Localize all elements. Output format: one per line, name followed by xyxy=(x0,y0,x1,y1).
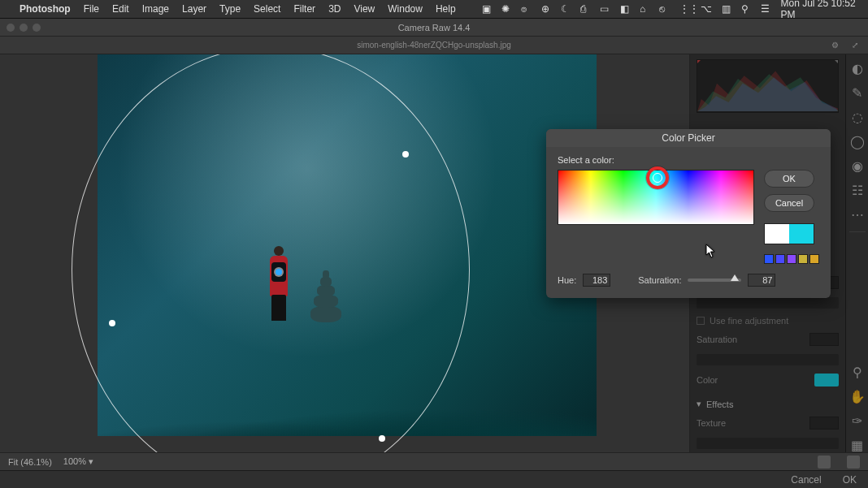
grid-tool-icon[interactable]: ▦ xyxy=(850,438,865,452)
fine-adjustment-label: Use fine adjustment xyxy=(710,316,788,326)
menu-edit[interactable]: Edit xyxy=(112,3,129,15)
saturation-label: Saturation xyxy=(697,335,737,344)
menu-filter[interactable]: Filter xyxy=(293,3,315,15)
menu-file[interactable]: File xyxy=(84,3,99,15)
color-label: Color xyxy=(697,375,718,385)
status-icon[interactable]: ▭ xyxy=(600,3,610,15)
crop-tool-icon[interactable]: ✎ xyxy=(850,85,865,100)
preview-image xyxy=(98,54,597,436)
camera-raw-bottombar: Cancel OK xyxy=(0,470,868,488)
saturation-slider[interactable] xyxy=(688,279,741,282)
search-icon[interactable]: ⚲ xyxy=(741,3,751,15)
redeye-tool-icon[interactable]: ◉ xyxy=(850,158,865,173)
heal-tool-icon[interactable]: ◌ xyxy=(850,110,865,124)
zoom-fit-label[interactable]: Fit (46.1%) xyxy=(8,457,52,467)
texture-value[interactable] xyxy=(809,417,839,430)
color-picker-title: Color Picker xyxy=(546,129,831,147)
hue-label: Hue: xyxy=(558,275,576,285)
view-compare-icon[interactable] xyxy=(847,456,860,469)
menu-select[interactable]: Select xyxy=(254,3,280,15)
saturation-slider[interactable] xyxy=(697,354,839,365)
camera-raw-title: Camera Raw 14.4 xyxy=(398,23,471,32)
cancel-button[interactable]: Cancel xyxy=(764,194,814,212)
saturation-value[interactable] xyxy=(809,333,839,346)
camera-raw-titlebar: Camera Raw 14.4 xyxy=(0,19,868,37)
color-field-marker[interactable] xyxy=(646,166,669,189)
app-menus: File Edit Image Layer Type Select Filter… xyxy=(84,3,456,15)
histogram[interactable] xyxy=(697,59,839,113)
hue-slider[interactable] xyxy=(697,297,839,309)
zoom-percent-dropdown[interactable]: 100% ▾ xyxy=(63,456,93,467)
ok-button[interactable]: OK xyxy=(764,170,814,188)
status-icon[interactable]: ⊕ xyxy=(541,3,551,15)
texture-label: Texture xyxy=(697,418,726,428)
effects-label: Effects xyxy=(706,399,733,409)
mask-tool-icon[interactable]: ◯ xyxy=(850,134,865,149)
swatch[interactable] xyxy=(775,254,785,264)
color-field[interactable] xyxy=(558,170,754,225)
edit-tool-icon[interactable]: ◐ xyxy=(850,61,865,76)
chevron-down-icon: ▾ xyxy=(89,456,93,466)
dialog-cancel-button[interactable]: Cancel xyxy=(791,474,821,486)
status-icon[interactable]: ⌾ xyxy=(521,3,531,15)
menu-help[interactable]: Help xyxy=(436,3,456,15)
saturation-label: Saturation: xyxy=(638,275,681,285)
menu-window[interactable]: Window xyxy=(388,3,423,15)
filename-label: simon-english-48nerZQCHgo-unsplash.jpg xyxy=(357,41,511,50)
zoom-tool-icon[interactable]: ⚲ xyxy=(850,365,865,379)
camera-raw-filebar: simon-english-48nerZQCHgo-unsplash.jpg ⚙… xyxy=(0,37,868,54)
battery-icon[interactable]: ▥ xyxy=(722,3,731,15)
swatch[interactable] xyxy=(764,254,774,264)
view-single-icon[interactable] xyxy=(818,456,831,469)
color-swatch[interactable] xyxy=(814,374,839,387)
wifi-icon[interactable]: ⋮⋮ xyxy=(679,3,691,15)
right-tool-strip: ◐ ✎ ◌ ◯ ◉ ☷ ⋯ ⚲ ✋ ✑ ▦ xyxy=(845,54,868,452)
fine-adjustment-checkbox[interactable] xyxy=(697,317,705,325)
image-subject-cairn xyxy=(309,266,343,322)
dialog-ok-button[interactable]: OK xyxy=(843,474,857,486)
saturation-input[interactable] xyxy=(748,274,775,287)
status-icon[interactable]: ☾ xyxy=(561,3,571,15)
hue-input[interactable] xyxy=(583,274,610,287)
status-icon[interactable]: ⎋ xyxy=(659,3,669,15)
menu-type[interactable]: Type xyxy=(219,3,241,15)
status-icon[interactable]: ✺ xyxy=(501,3,511,15)
status-icon[interactable]: ▣ xyxy=(482,3,492,15)
effects-section[interactable]: ▾Effects xyxy=(697,395,839,412)
window-traffic-lights[interactable] xyxy=(7,24,41,32)
swatch[interactable] xyxy=(809,254,819,264)
status-icon[interactable]: ◧ xyxy=(620,3,630,15)
menu-layer[interactable]: Layer xyxy=(182,3,206,15)
color-compare-swatch[interactable] xyxy=(764,223,814,244)
camera-raw-footer: Fit (46.1%) 100% ▾ xyxy=(0,452,868,470)
color-picker-dialog[interactable]: Color Picker Select a color: OK Cancel H… xyxy=(546,129,831,298)
fullscreen-icon[interactable]: ⤢ xyxy=(852,41,858,50)
previous-color[interactable] xyxy=(765,224,789,244)
sampler-tool-icon[interactable]: ✑ xyxy=(850,413,865,428)
hand-tool-icon[interactable]: ✋ xyxy=(850,389,865,404)
swatch[interactable] xyxy=(798,254,808,264)
current-color[interactable] xyxy=(789,224,814,244)
menu-image[interactable]: Image xyxy=(142,3,169,15)
swatch[interactable] xyxy=(787,254,796,264)
select-color-label: Select a color: xyxy=(558,155,819,165)
presets-icon[interactable]: ☷ xyxy=(850,183,865,197)
mac-menubar: Photoshop File Edit Image Layer Type Sel… xyxy=(0,0,868,18)
app-name[interactable]: Photoshop xyxy=(20,3,71,15)
swatch-presets xyxy=(764,254,819,264)
bluetooth-icon[interactable]: ⌥ xyxy=(701,3,712,15)
chevron-down-icon: ▾ xyxy=(697,399,701,409)
menu-view[interactable]: View xyxy=(354,3,375,15)
image-subject-person xyxy=(260,241,296,330)
status-icon[interactable]: ⎙ xyxy=(580,3,590,15)
settings-gear-icon[interactable]: ⚙ xyxy=(831,41,839,50)
more-icon[interactable]: ⋯ xyxy=(850,207,865,222)
status-icon[interactable]: ⌂ xyxy=(640,3,649,15)
menu-3d[interactable]: 3D xyxy=(328,3,341,15)
control-center-icon[interactable]: ☰ xyxy=(761,3,770,15)
texture-slider[interactable] xyxy=(697,438,839,449)
